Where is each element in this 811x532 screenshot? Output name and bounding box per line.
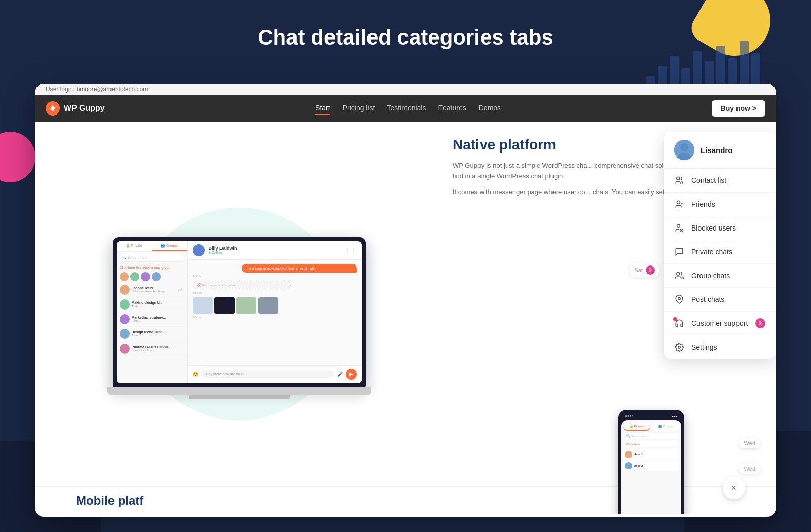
- page-title: Chat detailed categories tabs: [0, 0, 811, 70]
- username-label: Lisandro: [701, 146, 732, 155]
- brand-name: WP Guppy: [64, 104, 105, 113]
- message-input[interactable]: Hey there how are you?: [201, 370, 334, 378]
- message-time: 4:55 am: [193, 275, 357, 278]
- phone-frame: 09:25 ●●● 🔒 Private 👥 Groups 🔍 Search he…: [618, 410, 684, 514]
- chat-item-name: Joanne Reid: [132, 286, 176, 290]
- logo-icon: [46, 101, 60, 116]
- menu-item-customer-support[interactable]: Customer support 2: [664, 312, 776, 335]
- chat-item-info: Pharma R&D's COVID... Sent a location: [132, 345, 184, 352]
- chat-avatar: [120, 329, 130, 339]
- nav-link-pricing[interactable]: Pricing list: [343, 102, 375, 115]
- chat-list-item[interactable]: Design trend 2022... Amet...: [117, 327, 187, 341]
- chat-list-item[interactable]: Pharma R&D's COVID... Sent a location: [117, 341, 187, 356]
- nav-link-demos[interactable]: Demos: [478, 102, 501, 115]
- chat-item-name: Design trend 2022...: [132, 330, 184, 334]
- menu-item-contact-list[interactable]: Contact list: [664, 169, 776, 193]
- chat-main-panel: Billy Baldwin ● Online ⋮⋮ It is a long e…: [188, 241, 362, 383]
- close-button[interactable]: ×: [723, 477, 745, 499]
- wed-label-1: Wed: [744, 440, 755, 446]
- laptop-base: [107, 387, 371, 395]
- chat-app-screen: 🔒 Private 👥 Groups 🔍 Search here Click h…: [117, 241, 362, 383]
- msg-img-4: [258, 297, 278, 314]
- phone-battery: ●●●: [672, 415, 677, 418]
- menu-label-customer-support: Customer support: [691, 319, 748, 327]
- buy-now-button[interactable]: Buy now >: [712, 100, 765, 117]
- brand-logo: WP Guppy: [46, 101, 105, 116]
- chat-list-item[interactable]: Making design bit... Amet...: [117, 297, 187, 312]
- chat-item-msg: Sent a location: [132, 349, 184, 352]
- user-avatar: [674, 140, 694, 160]
- laptop-mockup: 🔒 Private 👥 Groups 🔍 Search here Click h…: [113, 237, 366, 399]
- svg-point-7: [677, 224, 680, 227]
- group-avatars: [117, 271, 187, 283]
- nav-link-testimonials[interactable]: Testimonials: [387, 102, 426, 115]
- tab-groups[interactable]: 👥 Groups: [152, 241, 187, 251]
- msg-img-3: [236, 297, 256, 314]
- nav-links: Start Pricing list Testimonials Features…: [115, 102, 702, 115]
- sat-count-badge: 2: [646, 265, 655, 275]
- sat-badge: Sat 2: [630, 263, 659, 277]
- chat-input-area: 😊 Hey there how are you? 🎤 ▶: [188, 365, 362, 383]
- chat-avatar: [120, 299, 130, 310]
- phone-time: 09:25: [625, 415, 633, 418]
- user-dropdown-menu: Lisandro Contact list: [664, 132, 776, 359]
- svg-point-10: [677, 272, 680, 275]
- chat-item-name: Making design bit...: [132, 301, 184, 305]
- chat-avatar: [120, 285, 130, 295]
- message-deleted: 🚫 This message was deleted: [193, 281, 291, 289]
- wed-badge-1: Wed: [739, 438, 760, 448]
- browser-content: 🔒 Private 👥 Groups 🔍 Search here Click h…: [35, 122, 776, 514]
- svg-point-4: [677, 201, 680, 204]
- laptop-stand: [189, 395, 290, 399]
- chat-messages-area: It is a long established fact that a rea…: [188, 260, 362, 365]
- msg-img-1: [193, 297, 213, 314]
- browser-navbar: WP Guppy Start Pricing list Testimonials…: [35, 95, 776, 122]
- menu-item-group-chats[interactable]: Group chats: [664, 264, 776, 288]
- chat-item-info: Joanne Reid Dolor enquique boulema...: [132, 286, 176, 293]
- phone-mockup: 09:25 ●●● 🔒 Private 👥 Groups 🔍 Search he…: [618, 410, 684, 514]
- chat-item-info: Design trend 2022... Amet...: [132, 330, 184, 337]
- svg-point-11: [678, 297, 681, 300]
- menu-label-private-chats: Private chats: [691, 248, 765, 256]
- wed-label-2: Wed: [744, 466, 755, 472]
- pin-icon: [674, 294, 684, 305]
- chat-search-input[interactable]: 🔍 Search here: [119, 254, 185, 262]
- phone-screen: 🔒 Private 👥 Groups 🔍 Search here Click h…: [621, 420, 681, 514]
- chat-header: Billy Baldwin ● Online ⋮⋮: [188, 241, 362, 260]
- user-login-bar: User login: bmoore@amentotech.com: [35, 84, 776, 95]
- menu-label-friends: Friends: [691, 200, 765, 208]
- person-add-icon: [674, 199, 684, 209]
- nav-link-start[interactable]: Start: [315, 102, 330, 115]
- nav-link-features[interactable]: Features: [438, 102, 466, 115]
- menu-item-private-chats[interactable]: Private chats: [664, 240, 776, 264]
- laptop-screen: 🔒 Private 👥 Groups 🔍 Search here Click h…: [113, 237, 366, 387]
- message-time: 4:55 am: [193, 291, 357, 294]
- mic-icon[interactable]: 🎤: [337, 372, 343, 377]
- close-icon: ×: [731, 483, 737, 493]
- menu-item-friends[interactable]: Friends: [664, 193, 776, 216]
- create-group-link[interactable]: Click here to create a new group: [117, 264, 187, 271]
- menu-item-settings[interactable]: Settings: [664, 335, 776, 359]
- svg-point-1: [680, 143, 688, 151]
- emoji-icon[interactable]: 😊: [193, 372, 198, 377]
- right-panel: Native platform WP Guppy is not just a s…: [443, 122, 776, 514]
- send-button[interactable]: ▶: [346, 369, 357, 380]
- sat-label: Sat: [634, 267, 643, 273]
- dropdown-user-header: Lisandro: [664, 132, 776, 169]
- chat-list-item[interactable]: Joanne Reid Dolor enquique boulema... 11…: [117, 283, 187, 297]
- menu-item-blocked-users[interactable]: Blocked users: [664, 216, 776, 240]
- menu-item-post-chats[interactable]: Post chats: [664, 288, 776, 312]
- tab-private[interactable]: 🔒 Private: [117, 241, 152, 251]
- menu-label-blocked-users: Blocked users: [691, 224, 765, 232]
- mobile-platform-title: Mobile platf: [76, 493, 143, 508]
- chat-options-icon[interactable]: ⋮⋮: [345, 247, 357, 254]
- avatar-3: [141, 272, 150, 281]
- message-bubble-sent: It is a long established fact that a rea…: [242, 264, 357, 273]
- group-chat-icon: [674, 271, 684, 281]
- pink-circle-decoration: [0, 132, 35, 182]
- active-chat-avatar: [193, 244, 205, 256]
- wed-badge-2: Wed: [739, 464, 760, 474]
- chat-item-msg: Amet...: [132, 334, 184, 337]
- chat-list-item[interactable]: Marketing strategy... Amet...: [117, 312, 187, 327]
- menu-label-contact-list: Contact list: [691, 176, 765, 184]
